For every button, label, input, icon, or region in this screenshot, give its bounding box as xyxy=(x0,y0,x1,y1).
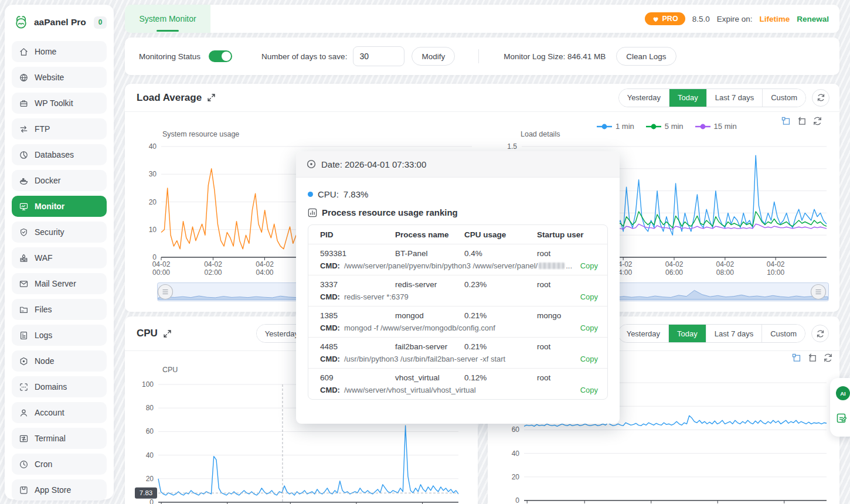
sidebar-item-terminal[interactable]: Terminal xyxy=(12,428,107,449)
period-custom[interactable]: Custom xyxy=(762,325,805,342)
refresh-button[interactable] xyxy=(811,325,829,342)
sidebar-item-databases[interactable]: Databases xyxy=(12,144,107,165)
sidebar-item-files[interactable]: Files xyxy=(12,299,107,320)
feedback-note-icon[interactable] xyxy=(836,412,848,424)
renewal-link[interactable]: Renewal xyxy=(797,15,829,23)
sidebar-item-logs[interactable]: Logs xyxy=(12,325,107,346)
ai-assistant-button[interactable]: AI xyxy=(836,386,850,400)
modify-button[interactable]: Modify xyxy=(412,47,455,66)
chart-toolbox xyxy=(791,353,833,363)
slider-handle[interactable] xyxy=(158,285,173,299)
svg-text:40: 40 xyxy=(149,142,157,151)
period-today[interactable]: Today xyxy=(669,325,706,342)
cmd-label: CMD: xyxy=(320,355,340,363)
process-cell: redis-server xyxy=(395,280,464,289)
sidebar-item-node[interactable]: Node xyxy=(12,350,107,372)
sidebar-item-wp-toolkit[interactable]: WP Toolkit xyxy=(12,93,107,114)
zoom-restore-icon[interactable] xyxy=(797,116,807,126)
process-cell: 0.21% xyxy=(464,311,537,320)
legend-item-15-min[interactable]: 15 min xyxy=(695,122,737,131)
sidebar-item-label: Node xyxy=(35,356,54,366)
sidebar-nav: HomeWebsiteWP ToolkitFTPDatabasesDockerM… xyxy=(5,35,114,504)
copy-link[interactable]: Copy xyxy=(574,323,598,332)
column-header: CPU usage xyxy=(464,230,537,239)
sidebar-item-website[interactable]: Website xyxy=(12,67,107,88)
copy-link[interactable]: Copy xyxy=(574,386,598,394)
zoom-select-icon[interactable] xyxy=(781,116,791,126)
cmd-suffix: ... xyxy=(566,261,572,270)
aapanel-logo xyxy=(13,14,29,30)
copy-link[interactable]: Copy xyxy=(574,292,598,301)
node-icon xyxy=(19,356,29,366)
expand-icon[interactable] xyxy=(207,93,216,102)
sidebar-item-domains[interactable]: Domains xyxy=(12,376,107,397)
copy-link[interactable]: Copy xyxy=(574,261,598,270)
heart-icon xyxy=(652,15,659,23)
zoom-select-icon[interactable] xyxy=(791,353,801,363)
monitoring-toggle[interactable] xyxy=(209,50,232,62)
refresh-icon xyxy=(816,329,825,338)
monitoring-status-label: Monitoring Status xyxy=(139,52,200,61)
period-last-7-days[interactable]: Last 7 days xyxy=(707,89,763,107)
column-header: Process name xyxy=(395,230,464,239)
refresh-button[interactable] xyxy=(812,89,829,107)
sidebar-item-label: Mail Server xyxy=(35,279,76,288)
sidebar-item-label: WP Toolkit xyxy=(35,98,73,108)
clock-icon xyxy=(19,459,29,469)
period-button-group: YesterdayTodayLast 7 daysCustom xyxy=(618,324,805,343)
monitoring-status-bar: Monitoring Status Number of days to save… xyxy=(125,38,839,75)
sidebar-item-mail-server[interactable]: Mail Server xyxy=(12,273,107,294)
period-selector: YesterdayTodayLast 7 daysCustom xyxy=(618,324,829,343)
sidebar-item-security[interactable]: Security xyxy=(12,222,107,243)
sidebar-item-label: FTP xyxy=(35,124,50,134)
expand-icon[interactable] xyxy=(163,329,172,338)
sidebar-item-account[interactable]: Account xyxy=(12,402,107,423)
cmd-label: CMD: xyxy=(320,292,340,301)
sidebar-item-cron[interactable]: Cron xyxy=(12,454,107,475)
load-legend: 1 min5 min15 min xyxy=(597,122,737,131)
clean-logs-button[interactable]: Clean Logs xyxy=(616,47,676,66)
process-cell: fail2ban-server xyxy=(395,342,464,351)
sidebar: aaPanel Pro 0 HomeWebsiteWP ToolkitFTPDa… xyxy=(5,5,114,499)
chart-toolbox xyxy=(781,116,822,126)
column-header: PID xyxy=(320,230,395,239)
slider-handle[interactable] xyxy=(811,285,826,299)
period-today[interactable]: Today xyxy=(669,89,707,107)
sidebar-item-docker[interactable]: Docker xyxy=(12,170,107,191)
chart-refresh-icon[interactable] xyxy=(823,353,833,363)
domains-icon xyxy=(19,382,29,392)
globe-icon xyxy=(19,73,29,83)
sidebar-item-label: App Store xyxy=(35,485,71,495)
sidebar-item-ftp[interactable]: FTP xyxy=(12,118,107,139)
days-to-save-input[interactable] xyxy=(353,46,404,66)
sidebar-item-app-store[interactable]: App Store xyxy=(12,479,107,500)
svg-text:60: 60 xyxy=(146,427,154,435)
legend-item-5-min[interactable]: 5 min xyxy=(646,122,684,131)
process-table: PIDProcess nameCPU usageStartup user 593… xyxy=(308,224,608,400)
redacted-text xyxy=(539,263,565,269)
process-cell: 609 xyxy=(320,373,395,382)
tab-system-monitor[interactable]: System Monitor xyxy=(125,5,210,33)
top-tab-bar: System Monitor PRO 8.5.0 Expire on: Life… xyxy=(125,5,839,33)
period-yesterday[interactable]: Yesterday xyxy=(619,89,669,107)
period-last-7-days[interactable]: Last 7 days xyxy=(706,325,763,342)
zoom-restore-icon[interactable] xyxy=(807,353,817,363)
sidebar-item-label: WAF xyxy=(35,253,53,263)
sidebar-item-home[interactable]: Home xyxy=(12,41,107,62)
copy-link[interactable]: Copy xyxy=(574,355,598,363)
legend-item-1-min[interactable]: 1 min xyxy=(597,122,634,131)
period-custom[interactable]: Custom xyxy=(763,89,805,107)
pro-badge[interactable]: PRO xyxy=(645,12,685,25)
cmd-text: /www/server/vhost_virtual/vhost_virtual xyxy=(344,386,476,394)
load-details-chart-title: Load details xyxy=(521,130,560,138)
chart-refresh-icon[interactable] xyxy=(812,116,822,126)
terminal-icon xyxy=(19,434,29,444)
period-yesterday[interactable]: Yesterday xyxy=(618,325,669,342)
sidebar-item-waf[interactable]: WAF xyxy=(12,247,107,268)
toolkit-icon xyxy=(19,98,29,108)
sidebar-item-label: Security xyxy=(35,227,64,237)
sidebar-item-monitor[interactable]: Monitor xyxy=(12,196,107,217)
notification-badge[interactable]: 0 xyxy=(94,16,107,29)
process-tooltip-popup: Date: 2026-04-01 07:33:00 CPU: 7.83% Pro… xyxy=(296,151,620,424)
shield-icon xyxy=(19,227,29,237)
